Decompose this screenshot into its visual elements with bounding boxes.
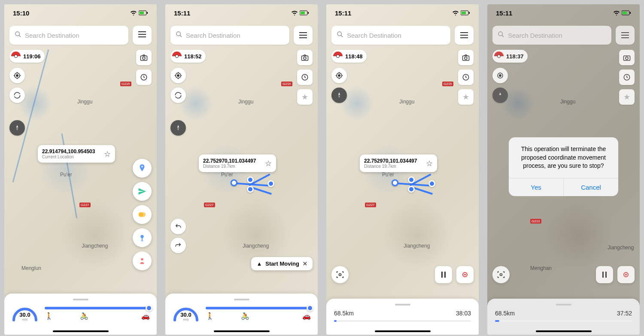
progress-time: 38:03 [456, 310, 471, 317]
speed-slider[interactable] [206, 307, 311, 309]
speed-unit: m/s [172, 318, 200, 321]
svg-marker-59 [338, 92, 340, 95]
svg-rect-65 [441, 272, 443, 278]
locate-button[interactable] [9, 68, 25, 83]
svg-marker-41 [177, 128, 179, 131]
screen-4: Jinggu Jiangcheng Menghan G213 15:11 118… [487, 4, 640, 335]
svg-rect-83 [602, 272, 604, 278]
history-button[interactable] [297, 70, 313, 85]
location-subtext: Current Location [42, 154, 95, 159]
fab-coins-button[interactable] [133, 205, 152, 224]
progress-track [334, 320, 471, 322]
cooldown-chip: 118:37 [492, 50, 528, 63]
speed-unit: m/s [11, 318, 39, 321]
drag-handle[interactable] [395, 304, 410, 306]
start-moving-label: Start Moving [265, 260, 299, 267]
svg-rect-74 [621, 32, 629, 33]
slider-thumb[interactable] [307, 305, 313, 312]
location-card[interactable]: 22.752970,101.034497 Distance 19.7km ☆ [360, 154, 437, 172]
wifi-icon [452, 9, 459, 17]
bike-icon[interactable]: 🚴 [241, 312, 249, 320]
locate-button[interactable] [331, 68, 347, 83]
location-card[interactable]: 22.752970,101.034497 Distance 19.7km ☆ [199, 154, 276, 172]
compass-button[interactable] [170, 120, 186, 136]
favorite-button[interactable]: ☆ [426, 159, 433, 168]
fab-person-button[interactable] [133, 251, 152, 270]
walk-icon[interactable]: 🚶 [45, 312, 53, 320]
drag-handle[interactable] [73, 299, 88, 300]
favorite-button[interactable]: ☆ [265, 159, 272, 168]
home-indicator[interactable] [214, 330, 270, 332]
search-input[interactable] [186, 32, 284, 39]
speed-value: 30.0 [172, 312, 200, 318]
menu-button [616, 26, 635, 45]
road-badge: G227 [365, 203, 376, 207]
search-box[interactable] [9, 26, 128, 45]
location-subtext: Distance 19.7km [203, 164, 256, 169]
home-indicator[interactable] [53, 330, 109, 332]
modal-cancel-button[interactable]: Cancel [564, 179, 618, 196]
home-indicator[interactable] [375, 330, 431, 332]
speed-gauge: 30.0 m/s [172, 305, 200, 322]
stop-record-button[interactable] [456, 266, 474, 283]
cooldown-chip[interactable]: 118:52 [170, 50, 206, 63]
svg-rect-84 [605, 272, 607, 278]
menu-button[interactable] [133, 26, 152, 45]
camera-button[interactable] [136, 50, 152, 65]
fab-send-button[interactable] [133, 182, 152, 201]
car-icon[interactable]: 🚗 [302, 312, 311, 320]
pause-button[interactable] [435, 266, 452, 283]
drag-handle[interactable] [234, 299, 249, 300]
history-button[interactable] [136, 70, 152, 85]
camera-button[interactable] [297, 50, 313, 65]
svg-rect-71 [630, 12, 631, 14]
camera-button[interactable] [458, 50, 474, 65]
location-card[interactable]: 22.914794,100.954503 Current Location ☆ [38, 145, 115, 163]
favorite-button[interactable]: ☆ [104, 149, 111, 159]
close-icon[interactable]: ✕ [303, 260, 307, 267]
progress-track [495, 320, 632, 322]
scan-button[interactable] [331, 266, 349, 283]
compass-button[interactable] [331, 88, 347, 103]
locate-button[interactable] [170, 68, 186, 83]
compass-button [492, 88, 508, 103]
speed-slider[interactable] [45, 307, 150, 309]
svg-point-68 [464, 274, 466, 275]
refresh-button[interactable] [9, 88, 25, 103]
svg-rect-51 [460, 35, 468, 36]
fab-pin-button[interactable] [133, 228, 152, 247]
svg-point-43 [304, 57, 306, 60]
refresh-button[interactable] [170, 88, 186, 103]
redo-button[interactable] [170, 238, 186, 253]
svg-point-34 [177, 75, 179, 77]
modal-message: This operation will terminate the propos… [509, 137, 618, 178]
walk-icon[interactable]: 🚶 [206, 312, 214, 320]
history-button[interactable] [458, 70, 474, 85]
compass-button[interactable] [9, 120, 25, 136]
wifi-icon [613, 9, 620, 17]
bike-icon[interactable]: 🚴 [80, 312, 88, 320]
svg-line-4 [19, 35, 21, 37]
svg-rect-2 [147, 12, 148, 14]
undo-button[interactable] [170, 219, 186, 234]
road-badge: G215 [281, 82, 292, 86]
car-icon[interactable]: 🚗 [141, 312, 150, 320]
favorite-toggle[interactable]: ★ [458, 89, 474, 105]
drag-handle [556, 304, 571, 306]
menu-button[interactable] [294, 26, 313, 45]
search-box[interactable] [331, 26, 450, 45]
cooldown-chip[interactable]: 118:48 [331, 50, 367, 63]
search-input[interactable] [25, 32, 123, 39]
menu-button[interactable] [455, 26, 474, 45]
search-input[interactable] [347, 32, 445, 39]
cooldown-chip[interactable]: 119:06 [9, 50, 45, 63]
search-input [508, 32, 606, 39]
status-time: 15:11 [496, 9, 512, 17]
modal-yes-button[interactable]: Yes [509, 179, 564, 196]
locate-button [492, 68, 508, 83]
fab-route-button[interactable] [133, 159, 152, 178]
start-moving-pill[interactable]: ▲ Start Moving ✕ [251, 257, 313, 270]
search-box[interactable] [170, 26, 289, 45]
slider-thumb[interactable] [146, 305, 152, 312]
favorite-toggle[interactable]: ★ [297, 89, 313, 105]
